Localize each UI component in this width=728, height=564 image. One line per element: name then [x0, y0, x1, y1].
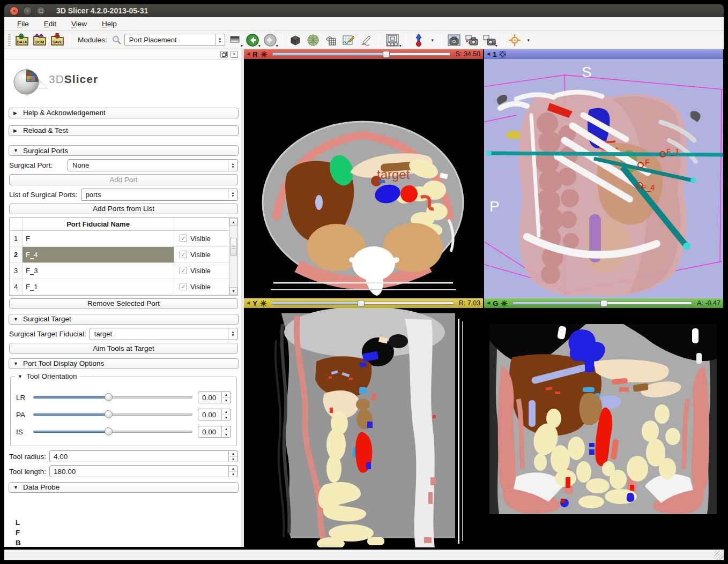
section-surgical-target[interactable]: ▼Surgical Target [9, 314, 239, 325]
crosshair-dropdown[interactable]: ▾ [524, 33, 533, 48]
yellow-slice-slider-handle[interactable] [358, 300, 365, 307]
surgical-target-selector[interactable]: target ▲▼ [90, 328, 238, 340]
module-selector[interactable]: Port Placement ▲▼ [124, 34, 225, 46]
close-window-icon[interactable]: × [10, 6, 19, 16]
scrollbar-thumb[interactable] [230, 238, 237, 256]
visible-checkbox[interactable]: ✓ [180, 267, 187, 274]
resize-grip[interactable] [714, 551, 723, 560]
models-sphere-button[interactable] [305, 33, 321, 48]
menu-file[interactable]: File [11, 18, 35, 29]
table-row-selected[interactable]: 2 F_4 ✓Visible [10, 247, 229, 263]
pin-icon[interactable] [260, 300, 267, 307]
threed-rendering[interactable]: F_1 F F_4 S P [484, 59, 723, 298]
screenshot-button[interactable] [446, 33, 462, 48]
axial-slice-image[interactable]: target [244, 59, 483, 298]
table-row[interactable]: 4 F_1 ✓Visible [10, 279, 229, 295]
scene-view-restore-button[interactable]: ▾ [481, 33, 497, 48]
menu-edit[interactable]: Edit [38, 18, 63, 29]
load-data-button[interactable]: DATA [14, 33, 30, 48]
table-row[interactable]: 1 F ✓Visible [10, 231, 229, 247]
data-cube-icon [289, 34, 302, 47]
yellow-slice-slider[interactable] [272, 299, 454, 307]
green-slice-slider[interactable] [512, 299, 692, 307]
is-slider[interactable] [33, 427, 192, 437]
surgical-port-selector[interactable]: None ▲▼ [68, 159, 238, 171]
lr-slider-handle[interactable] [105, 393, 113, 401]
module-selector-arrows-icon[interactable]: ▲▼ [215, 34, 225, 46]
collapse-controller-icon[interactable]: ◀ [247, 52, 250, 56]
green-slice-slider-handle[interactable] [600, 300, 607, 307]
menu-view[interactable]: View [65, 18, 93, 29]
port-label-f4: F_4 [642, 183, 655, 192]
ports-list-selector[interactable]: ports ▲▼ [81, 189, 238, 201]
red-slice-slider-handle[interactable] [383, 51, 390, 58]
section-reload-test[interactable]: ▶Reload & Test [9, 125, 239, 136]
sagittal-ct-rendering[interactable] [244, 308, 483, 547]
dicom-button[interactable]: DCM [32, 33, 48, 48]
lr-slider[interactable] [33, 393, 192, 402]
center-view-icon[interactable] [499, 51, 506, 58]
pa-slider-handle[interactable] [105, 410, 113, 418]
navigate-forward-button[interactable]: ▾ [262, 33, 278, 48]
volume-cube-button[interactable] [287, 33, 303, 48]
remove-selected-port-button[interactable]: Remove Selected Port [9, 298, 238, 309]
threed-render-area[interactable]: F_1 F F_4 S P [484, 59, 723, 298]
aim-tools-at-target-button[interactable]: Aim Tools at Target [9, 343, 238, 354]
place-fiducial-button[interactable] [411, 33, 427, 48]
pin-icon[interactable] [261, 51, 268, 58]
surgical-port-label: Surgical Port: [9, 161, 53, 169]
minimize-window-icon[interactable]: − [23, 6, 32, 16]
axial-ct-rendering[interactable]: target [244, 59, 483, 298]
save-button[interactable]: SAVE [49, 33, 65, 48]
lr-value-spinbox[interactable]: 0.00 ▲▼ [198, 392, 231, 403]
maximize-window-icon[interactable]: □ [36, 6, 46, 16]
pa-slider[interactable] [33, 410, 192, 419]
module-history-button[interactable]: ▾ [227, 33, 243, 48]
toolbar-drag-handle[interactable] [8, 34, 11, 46]
red-slice-slider[interactable] [272, 50, 451, 58]
table-row[interactable]: 3 F_3 ✓Visible [10, 263, 229, 279]
is-slider-handle[interactable] [105, 427, 113, 435]
scroll-up-icon[interactable]: ▲ [229, 218, 237, 226]
is-value-spinbox[interactable]: 0.00 ▲▼ [198, 426, 231, 438]
markups-pen-button[interactable] [358, 33, 374, 48]
sagittal-slice-image[interactable] [244, 308, 483, 547]
close-panel-icon[interactable]: × [231, 51, 238, 58]
undock-panel-icon[interactable] [220, 51, 228, 58]
title-bar[interactable]: × − □ 3D Slicer 4.2.0-2013-05-31 [4, 4, 724, 17]
section-help-acknowledgement[interactable]: ▶Help & Acknowledgement [9, 108, 239, 118]
place-fiducial-dropdown[interactable]: ▾ [428, 33, 437, 48]
collapse-controller-icon[interactable]: ◀ [247, 301, 250, 305]
coronal-ct-rendering[interactable] [484, 308, 723, 547]
tool-orientation-legend[interactable]: ▼Tool Orientation [15, 372, 79, 380]
dicom-folder-icon: DCM [33, 33, 47, 47]
pa-value-spinbox[interactable]: 0.00 ▲▼ [198, 409, 231, 420]
pin-icon[interactable] [501, 300, 508, 307]
slice-views-button[interactable] [323, 33, 339, 48]
crosshair-button[interactable] [507, 33, 523, 48]
tool-length-spinbox[interactable]: 180.00 ▲▼ [49, 465, 238, 477]
navigate-back-button[interactable]: ▾ [244, 33, 261, 48]
collapse-controller-icon[interactable]: ◀ [487, 52, 490, 56]
scene-view-button[interactable] [464, 33, 480, 48]
tool-radius-spinbox[interactable]: 4.00 ▲▼ [49, 450, 238, 462]
section-data-probe[interactable]: ▼Data Probe [9, 482, 239, 493]
chart-button[interactable] [340, 33, 356, 48]
menu-help[interactable]: Help [95, 18, 123, 29]
scroll-down-icon[interactable]: ▼ [229, 287, 237, 295]
collapse-controller-icon[interactable]: ◀ [487, 301, 490, 305]
table-scrollbar[interactable]: ▲ ▼ [229, 218, 237, 295]
column-header-port-fiducial-name[interactable]: Port Fiducial Name [23, 218, 174, 230]
section-port-tool-display-options[interactable]: ▼Port Tool Display Options [9, 358, 239, 369]
visible-checkbox[interactable]: ✓ [180, 251, 187, 258]
visible-checkbox[interactable]: ✓ [180, 283, 187, 290]
layout-selector-button[interactable]: ▾ [383, 33, 402, 48]
module-search-button[interactable] [111, 33, 123, 48]
add-port-button[interactable]: Add Port [9, 174, 238, 185]
coronal-slice-image[interactable] [484, 308, 723, 547]
add-ports-from-list-button[interactable]: Add Ports from List [9, 204, 238, 214]
history-gradient-icon [229, 35, 240, 45]
status-bar [4, 550, 724, 560]
visible-checkbox[interactable]: ✓ [180, 235, 187, 242]
section-surgical-ports[interactable]: ▼Surgical Ports [9, 145, 239, 156]
